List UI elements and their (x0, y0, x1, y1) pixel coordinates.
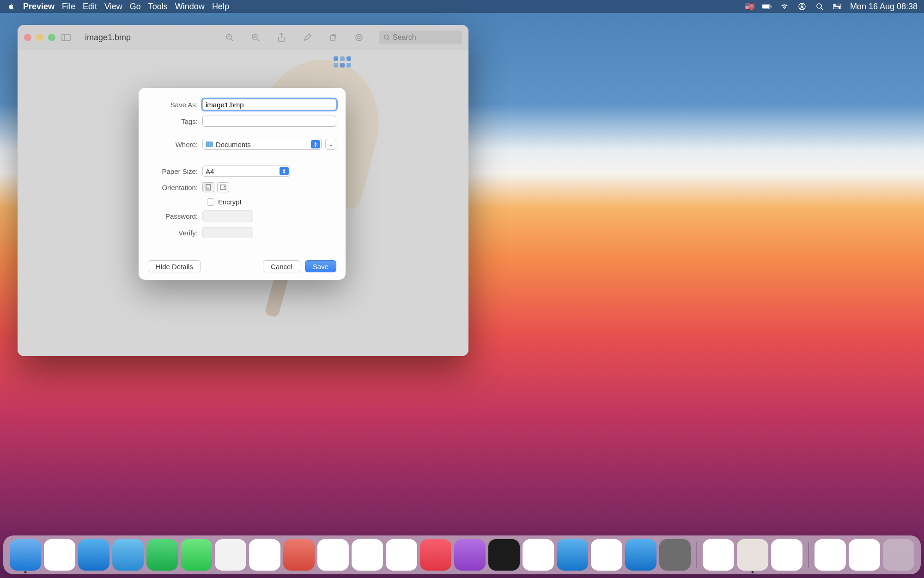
dock-tv[interactable] (488, 539, 520, 571)
window-minimize[interactable] (36, 34, 43, 41)
dock-keynote[interactable] (557, 539, 588, 571)
dock-calendar[interactable] (317, 539, 349, 571)
tags-label: Tags: (148, 117, 202, 125)
verify-input (202, 227, 253, 238)
where-popup[interactable]: Documents ▲▼ (202, 139, 322, 150)
dock-trash[interactable] (883, 539, 914, 571)
dock-numbers[interactable] (523, 539, 554, 571)
chevron-updown-icon: ▲▼ (311, 140, 320, 148)
dock-mail[interactable] (112, 539, 144, 571)
dock-chrome[interactable] (771, 539, 802, 571)
svg-rect-11 (62, 34, 70, 41)
titlebar: image1.bmp Search (18, 25, 468, 50)
svg-line-14 (231, 39, 233, 41)
verify-label: Verify: (148, 229, 202, 237)
tags-input[interactable] (202, 116, 336, 127)
info-icon[interactable] (353, 31, 365, 43)
dock-photos[interactable] (249, 539, 280, 571)
menu-go[interactable]: Go (130, 2, 141, 12)
window-zoom[interactable] (48, 34, 55, 41)
menu-window[interactable]: Window (175, 2, 205, 12)
menu-view[interactable]: View (104, 2, 122, 12)
save-button[interactable]: Save (305, 260, 336, 272)
svg-line-24 (388, 39, 389, 40)
dock-notes[interactable] (386, 539, 417, 571)
svg-point-5 (817, 4, 821, 8)
markup-icon[interactable] (301, 31, 313, 43)
dock-preview[interactable] (737, 539, 768, 571)
save-sheet: Save As: Tags: Where: Documents ▲▼ ⌄ Pap… (139, 88, 346, 280)
orientation-label: Orientation: (148, 184, 202, 191)
password-label: Password: (148, 212, 202, 220)
svg-point-21 (356, 34, 362, 41)
search-field[interactable]: Search (379, 31, 462, 44)
dock (3, 535, 921, 574)
battery-icon[interactable] (762, 2, 772, 11)
wifi-icon[interactable] (780, 2, 789, 11)
dock-music[interactable] (420, 539, 451, 571)
svg-rect-25 (206, 184, 211, 190)
spotlight-icon[interactable] (815, 2, 824, 11)
svg-rect-2 (771, 6, 772, 7)
menu-help[interactable]: Help (212, 2, 229, 12)
dock-folder-1[interactable] (815, 539, 846, 571)
zoom-in-icon[interactable] (249, 31, 261, 43)
document-title: image1.bmp (85, 33, 131, 43)
dock-messages[interactable] (181, 539, 212, 571)
dock-finder[interactable] (10, 539, 41, 571)
where-label: Where: (148, 141, 202, 148)
sidebar-toggle[interactable] (60, 31, 72, 43)
dock-folder-2[interactable] (849, 539, 880, 571)
search-icon (383, 34, 390, 41)
dock-separator (696, 542, 697, 568)
orientation-landscape[interactable] (217, 182, 229, 192)
dock-pages[interactable] (591, 539, 622, 571)
where-value: Documents (216, 141, 251, 148)
orientation-portrait[interactable] (202, 182, 214, 192)
dock-launchpad[interactable] (44, 539, 75, 571)
dock-facetime[interactable] (146, 539, 178, 571)
dock-reminders[interactable] (352, 539, 383, 571)
paper-size-popup[interactable]: A4 ▲▼ (202, 166, 290, 177)
control-center-icon[interactable] (833, 2, 842, 11)
app-name[interactable]: Preview (23, 2, 55, 12)
clock[interactable]: Mon 16 Aug 08:38 (850, 2, 918, 12)
cancel-button[interactable]: Cancel (263, 260, 300, 272)
menu-edit[interactable]: Edit (83, 2, 97, 12)
svg-point-9 (834, 5, 835, 6)
svg-point-10 (839, 7, 840, 9)
menu-tools[interactable]: Tools (148, 2, 168, 12)
zoom-out-icon[interactable] (224, 31, 236, 43)
svg-rect-1 (763, 5, 770, 8)
save-as-input[interactable] (202, 99, 336, 110)
dock-podcasts[interactable] (454, 539, 486, 571)
apple-menu[interactable] (6, 2, 16, 11)
encrypt-checkbox[interactable] (207, 198, 214, 206)
svg-line-17 (257, 39, 259, 41)
dock-maps[interactable] (215, 539, 246, 571)
menu-file[interactable]: File (62, 2, 75, 12)
dock-safari[interactable] (78, 539, 109, 571)
dock-system-preferences[interactable] (659, 539, 691, 571)
hide-details-button[interactable]: Hide Details (148, 260, 201, 272)
save-as-label: Save As: (148, 101, 202, 109)
rotate-icon[interactable] (327, 31, 339, 43)
user-icon[interactable] (797, 2, 807, 11)
window-close[interactable] (24, 34, 31, 41)
dock-appstore[interactable] (625, 539, 657, 571)
dock-textedit[interactable] (703, 539, 734, 571)
folder-icon (206, 141, 213, 147)
expand-button[interactable]: ⌄ (325, 139, 336, 150)
svg-rect-26 (220, 185, 226, 190)
paper-size-label: Paper Size: (148, 167, 202, 175)
share-icon[interactable] (275, 31, 287, 43)
paper-size-value: A4 (206, 167, 214, 175)
svg-rect-20 (330, 36, 335, 40)
search-placeholder: Search (393, 33, 416, 42)
svg-point-4 (801, 5, 803, 6)
dock-contacts[interactable] (283, 539, 315, 571)
svg-point-23 (384, 35, 389, 39)
svg-point-22 (358, 36, 360, 39)
flag-icon[interactable]: 🇺🇸 (745, 2, 754, 11)
svg-line-6 (821, 8, 823, 10)
